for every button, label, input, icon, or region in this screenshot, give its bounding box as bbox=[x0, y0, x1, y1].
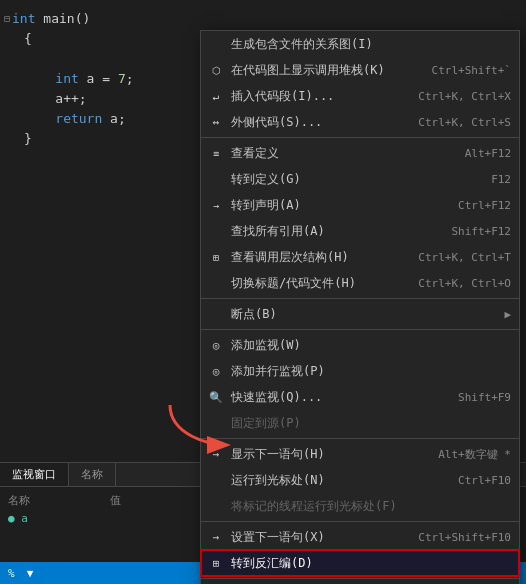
panel-row-a-name: ● a bbox=[8, 512, 28, 525]
menu-shortcut-set-next-statement: Ctrl+Shift+F10 bbox=[418, 531, 511, 544]
add-parallel-watch-icon: ◎ bbox=[207, 362, 225, 380]
separator-5 bbox=[201, 521, 519, 522]
separator-3 bbox=[201, 329, 519, 330]
menu-label-insert-snippet: 插入代码段(I)... bbox=[231, 88, 398, 105]
menu-shortcut-view-hierarchy: Ctrl+K, Ctrl+T bbox=[418, 251, 511, 264]
code-line-1: ⊟ int main() bbox=[0, 8, 260, 28]
menu-shortcut-show-call-stack: Ctrl+Shift+` bbox=[432, 64, 511, 77]
menu-label-show-call-stack: 在代码图上显示调用堆栈(K) bbox=[231, 62, 412, 79]
goto-def2-icon bbox=[207, 170, 225, 188]
find-all-refs-icon bbox=[207, 222, 225, 240]
menu-shortcut-show-next-statement: Alt+数字键 * bbox=[438, 447, 511, 462]
menu-label-generate-map: 生成包含文件的关系图(I) bbox=[231, 36, 511, 53]
menu-label-quick-watch: 快速监视(Q)... bbox=[231, 389, 438, 406]
menu-shortcut-goto-definition: Alt+F12 bbox=[465, 147, 511, 160]
menu-item-goto-declaration[interactable]: → 转到声明(A) Ctrl+F12 bbox=[201, 192, 519, 218]
disassembly-icon: ⊞ bbox=[207, 554, 225, 572]
menu-label-run-to-cursor: 运行到光标处(N) bbox=[231, 472, 438, 489]
status-percent-label: % bbox=[8, 567, 15, 580]
menu-item-goto-definition[interactable]: ≡ 查看定义 Alt+F12 bbox=[201, 140, 519, 166]
menu-label-add-parallel-watch: 添加并行监视(P) bbox=[231, 363, 511, 380]
show-call-stack-icon: ⬡ bbox=[207, 61, 225, 79]
toggle-header-icon bbox=[207, 274, 225, 292]
menu-shortcut-find-all-refs: Shift+F12 bbox=[451, 225, 511, 238]
menu-item-run-marked-to-cursor: 将标记的线程运行到光标处(F) bbox=[201, 493, 519, 519]
menu-label-find-all-refs: 查找所有引用(A) bbox=[231, 223, 431, 240]
menu-item-find-all-refs[interactable]: 查找所有引用(A) Shift+F12 bbox=[201, 218, 519, 244]
code-text-4: int a = 7; bbox=[24, 71, 134, 86]
menu-item-insert-snippet[interactable]: ↵ 插入代码段(I)... Ctrl+K, Ctrl+X bbox=[201, 83, 519, 109]
menu-item-toggle-header[interactable]: 切换标题/代码文件(H) Ctrl+K, Ctrl+O bbox=[201, 270, 519, 296]
code-text-6: return a; bbox=[24, 111, 126, 126]
menu-label-goto-def2: 转到定义(G) bbox=[231, 171, 471, 188]
menu-item-pin-to-source: 固定到源(P) bbox=[201, 410, 519, 436]
menu-shortcut-quick-watch: Shift+F9 bbox=[458, 391, 511, 404]
separator-4 bbox=[201, 438, 519, 439]
menu-label-disassembly: 转到反汇编(D) bbox=[231, 555, 511, 572]
run-marked-to-cursor-icon bbox=[207, 497, 225, 515]
menu-item-show-call-stack[interactable]: ⬡ 在代码图上显示调用堆栈(K) Ctrl+Shift+` bbox=[201, 57, 519, 83]
menu-item-view-hierarchy[interactable]: ⊞ 查看调用层次结构(H) Ctrl+K, Ctrl+T bbox=[201, 244, 519, 270]
menu-shortcut-toggle-header: Ctrl+K, Ctrl+O bbox=[418, 277, 511, 290]
menu-shortcut-goto-def2: F12 bbox=[491, 173, 511, 186]
menu-shortcut-surround-with: Ctrl+K, Ctrl+S bbox=[418, 116, 511, 129]
code-text-5: a++; bbox=[24, 91, 87, 106]
menu-label-set-next-statement: 设置下一语句(X) bbox=[231, 529, 398, 546]
arrow-svg bbox=[160, 395, 240, 455]
menu-item-quick-watch[interactable]: 🔍 快速监视(Q)... Shift+F9 bbox=[201, 384, 519, 410]
menu-item-run-to-cursor[interactable]: 运行到光标处(N) Ctrl+F10 bbox=[201, 467, 519, 493]
menu-item-add-watch[interactable]: ◎ 添加监视(W) bbox=[201, 332, 519, 358]
code-text-7: } bbox=[24, 131, 32, 146]
menu-item-surround-with[interactable]: ↔ 外侧代码(S)... Ctrl+K, Ctrl+S bbox=[201, 109, 519, 135]
surround-with-icon: ↔ bbox=[207, 113, 225, 131]
menu-label-toggle-header: 切换标题/代码文件(H) bbox=[231, 275, 398, 292]
menu-label-run-marked-to-cursor: 将标记的线程运行到光标处(F) bbox=[231, 498, 511, 515]
add-watch-icon: ◎ bbox=[207, 336, 225, 354]
breakpoint-arrow: ▶ bbox=[504, 308, 511, 321]
collapse-btn-1[interactable]: ⊟ bbox=[4, 13, 10, 24]
menu-shortcut-goto-declaration: Ctrl+F12 bbox=[458, 199, 511, 212]
menu-item-disassembly[interactable]: ⊞ 转到反汇编(D) bbox=[201, 550, 519, 576]
menu-shortcut-insert-snippet: Ctrl+K, Ctrl+X bbox=[418, 90, 511, 103]
goto-definition-icon: ≡ bbox=[207, 144, 225, 162]
insert-snippet-icon: ↵ bbox=[207, 87, 225, 105]
panel-tab-name-col[interactable]: 名称 bbox=[69, 463, 116, 486]
menu-item-goto-def2[interactable]: 转到定义(G) F12 bbox=[201, 166, 519, 192]
menu-label-breakpoint: 断点(B) bbox=[231, 306, 496, 323]
generate-map-icon bbox=[207, 35, 225, 53]
menu-item-set-next-statement[interactable]: → 设置下一语句(X) Ctrl+Shift+F10 bbox=[201, 524, 519, 550]
separator-6 bbox=[201, 578, 519, 579]
panel-tab-watch-window-label: 监视窗口 bbox=[12, 467, 56, 482]
view-hierarchy-icon: ⊞ bbox=[207, 248, 225, 266]
panel-tab-name-col-label: 名称 bbox=[81, 467, 103, 482]
menu-label-add-watch: 添加监视(W) bbox=[231, 337, 511, 354]
menu-shortcut-run-to-cursor: Ctrl+F10 bbox=[458, 474, 511, 487]
panel-tab-watch-window[interactable]: 监视窗口 bbox=[0, 463, 69, 486]
status-percent: % bbox=[8, 567, 15, 580]
panel-col-name: 名称 bbox=[8, 493, 30, 508]
code-text-2: { bbox=[24, 31, 32, 46]
menu-label-goto-definition: 查看定义 bbox=[231, 145, 445, 162]
status-arrow-label: ▼ bbox=[27, 567, 34, 580]
panel-col-value: 值 bbox=[110, 493, 121, 508]
arrow-indicator bbox=[160, 395, 240, 458]
goto-declaration-icon: → bbox=[207, 196, 225, 214]
separator-1 bbox=[201, 137, 519, 138]
run-to-cursor-icon bbox=[207, 471, 225, 489]
set-next-statement-icon: → bbox=[207, 528, 225, 546]
separator-2 bbox=[201, 298, 519, 299]
menu-label-surround-with: 外侧代码(S)... bbox=[231, 114, 398, 131]
menu-label-goto-declaration: 转到声明(A) bbox=[231, 197, 438, 214]
menu-item-add-parallel-watch[interactable]: ◎ 添加并行监视(P) bbox=[201, 358, 519, 384]
status-arrow: ▼ bbox=[27, 567, 34, 580]
menu-label-show-next-statement: 显示下一语句(H) bbox=[231, 446, 418, 463]
code-text-1: int main() bbox=[12, 11, 90, 26]
menu-label-pin-to-source: 固定到源(P) bbox=[231, 415, 511, 432]
context-menu: 生成包含文件的关系图(I) ⬡ 在代码图上显示调用堆栈(K) Ctrl+Shif… bbox=[200, 30, 520, 584]
breakpoint-icon bbox=[207, 305, 225, 323]
menu-label-view-hierarchy: 查看调用层次结构(H) bbox=[231, 249, 398, 266]
menu-item-breakpoint[interactable]: 断点(B) ▶ bbox=[201, 301, 519, 327]
menu-item-show-next-statement[interactable]: → 显示下一语句(H) Alt+数字键 * bbox=[201, 441, 519, 467]
menu-item-generate-map[interactable]: 生成包含文件的关系图(I) bbox=[201, 31, 519, 57]
